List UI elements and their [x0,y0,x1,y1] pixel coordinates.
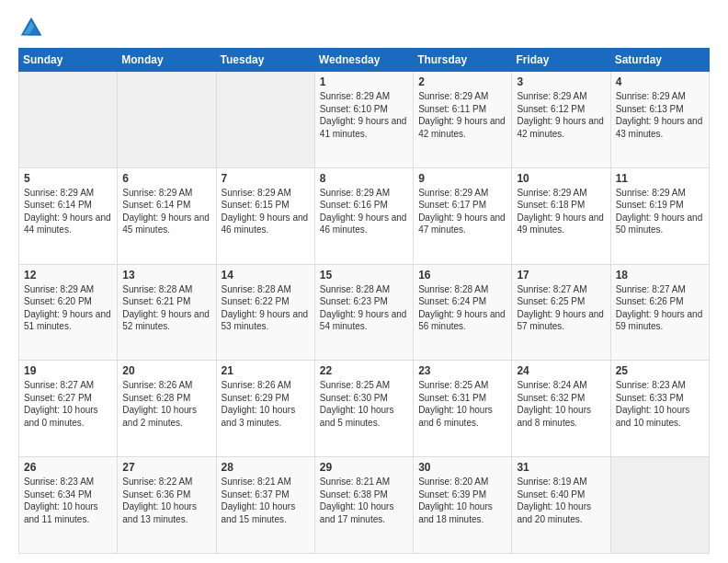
day-number: 14 [222,269,310,282]
calendar-cell: 4Sunrise: 8:29 AM Sunset: 6:13 PM Daylig… [610,72,709,168]
calendar-cell: 8Sunrise: 8:29 AM Sunset: 6:16 PM Daylig… [314,167,413,264]
calendar-cell: 20Sunrise: 8:26 AM Sunset: 6:28 PM Dayli… [118,361,216,457]
logo [18,15,46,40]
day-number: 15 [320,269,408,282]
col-thursday: Thursday [414,49,512,72]
cell-info: Sunrise: 8:23 AM Sunset: 6:33 PM Dayligh… [616,379,704,429]
day-number: 30 [418,461,506,474]
day-number: 31 [517,461,605,474]
day-number: 1 [320,75,408,88]
day-number: 3 [517,75,605,88]
calendar-cell: 21Sunrise: 8:26 AM Sunset: 6:29 PM Dayli… [216,361,314,457]
day-number: 4 [616,75,704,88]
day-number: 11 [616,172,704,185]
calendar-header: Sunday Monday Tuesday Wednesday Thursday… [19,49,710,72]
cell-info: Sunrise: 8:25 AM Sunset: 6:31 PM Dayligh… [418,379,506,429]
col-sunday: Sunday [19,49,118,72]
day-number: 17 [517,269,605,282]
calendar-cell: 27Sunrise: 8:22 AM Sunset: 6:36 PM Dayli… [118,457,216,554]
calendar-cell: 12Sunrise: 8:29 AM Sunset: 6:20 PM Dayli… [19,264,118,361]
calendar-cell: 1Sunrise: 8:29 AM Sunset: 6:10 PM Daylig… [314,72,413,168]
day-number: 7 [222,172,310,185]
calendar-cell: 22Sunrise: 8:25 AM Sunset: 6:30 PM Dayli… [314,361,413,457]
week-row-2: 5Sunrise: 8:29 AM Sunset: 6:14 PM Daylig… [19,167,710,264]
logo-icon [18,15,44,40]
calendar-cell: 9Sunrise: 8:29 AM Sunset: 6:17 PM Daylig… [414,167,512,264]
cell-info: Sunrise: 8:26 AM Sunset: 6:29 PM Dayligh… [222,379,310,429]
day-number: 21 [222,364,310,377]
cell-info: Sunrise: 8:28 AM Sunset: 6:22 PM Dayligh… [222,283,310,333]
calendar-cell: 16Sunrise: 8:28 AM Sunset: 6:24 PM Dayli… [414,264,512,361]
day-number: 27 [122,461,210,474]
day-number: 8 [320,172,408,185]
day-number: 25 [616,364,704,377]
calendar-cell: 13Sunrise: 8:28 AM Sunset: 6:21 PM Dayli… [118,264,216,361]
day-number: 5 [24,172,112,185]
cell-info: Sunrise: 8:29 AM Sunset: 6:16 PM Dayligh… [320,187,408,236]
calendar-cell: 11Sunrise: 8:29 AM Sunset: 6:19 PM Dayli… [610,167,709,264]
col-tuesday: Tuesday [216,49,314,72]
calendar-cell [118,72,216,168]
calendar-cell: 18Sunrise: 8:27 AM Sunset: 6:26 PM Dayli… [610,264,709,361]
calendar-body: 1Sunrise: 8:29 AM Sunset: 6:10 PM Daylig… [19,72,710,554]
cell-info: Sunrise: 8:21 AM Sunset: 6:38 PM Dayligh… [320,476,408,525]
calendar-cell: 19Sunrise: 8:27 AM Sunset: 6:27 PM Dayli… [19,361,118,457]
day-number: 23 [418,364,506,377]
calendar-cell: 26Sunrise: 8:23 AM Sunset: 6:34 PM Dayli… [19,457,118,554]
day-number: 13 [122,269,210,282]
calendar-cell: 29Sunrise: 8:21 AM Sunset: 6:38 PM Dayli… [314,457,413,554]
cell-info: Sunrise: 8:27 AM Sunset: 6:26 PM Dayligh… [616,283,704,333]
cell-info: Sunrise: 8:29 AM Sunset: 6:11 PM Dayligh… [418,90,506,140]
calendar-cell: 15Sunrise: 8:28 AM Sunset: 6:23 PM Dayli… [314,264,413,361]
calendar-cell: 24Sunrise: 8:24 AM Sunset: 6:32 PM Dayli… [512,361,610,457]
calendar-cell: 30Sunrise: 8:20 AM Sunset: 6:39 PM Dayli… [414,457,512,554]
calendar-cell: 14Sunrise: 8:28 AM Sunset: 6:22 PM Dayli… [216,264,314,361]
calendar-cell: 10Sunrise: 8:29 AM Sunset: 6:18 PM Dayli… [512,167,610,264]
day-number: 10 [517,172,605,185]
week-row-4: 19Sunrise: 8:27 AM Sunset: 6:27 PM Dayli… [19,361,710,457]
calendar-cell [19,72,118,168]
calendar-cell: 17Sunrise: 8:27 AM Sunset: 6:25 PM Dayli… [512,264,610,361]
cell-info: Sunrise: 8:29 AM Sunset: 6:13 PM Dayligh… [616,90,704,140]
cell-info: Sunrise: 8:19 AM Sunset: 6:40 PM Dayligh… [517,476,605,525]
col-saturday: Saturday [610,49,709,72]
col-friday: Friday [512,49,610,72]
week-row-5: 26Sunrise: 8:23 AM Sunset: 6:34 PM Dayli… [19,457,710,554]
calendar-cell: 6Sunrise: 8:29 AM Sunset: 6:14 PM Daylig… [118,167,216,264]
cell-info: Sunrise: 8:25 AM Sunset: 6:30 PM Dayligh… [320,379,408,429]
day-number: 9 [418,172,506,185]
calendar-cell: 23Sunrise: 8:25 AM Sunset: 6:31 PM Dayli… [414,361,512,457]
calendar-cell: 2Sunrise: 8:29 AM Sunset: 6:11 PM Daylig… [414,72,512,168]
cell-info: Sunrise: 8:29 AM Sunset: 6:14 PM Dayligh… [122,187,210,236]
cell-info: Sunrise: 8:26 AM Sunset: 6:28 PM Dayligh… [122,379,210,429]
calendar-cell: 31Sunrise: 8:19 AM Sunset: 6:40 PM Dayli… [512,457,610,554]
cell-info: Sunrise: 8:29 AM Sunset: 6:20 PM Dayligh… [24,283,112,333]
day-number: 16 [418,269,506,282]
cell-info: Sunrise: 8:28 AM Sunset: 6:23 PM Dayligh… [320,283,408,333]
calendar-cell: 28Sunrise: 8:21 AM Sunset: 6:37 PM Dayli… [216,457,314,554]
cell-info: Sunrise: 8:21 AM Sunset: 6:37 PM Dayligh… [222,476,310,525]
cell-info: Sunrise: 8:29 AM Sunset: 6:14 PM Dayligh… [24,187,112,236]
cell-info: Sunrise: 8:28 AM Sunset: 6:21 PM Dayligh… [122,283,210,333]
day-number: 19 [24,364,112,377]
week-row-1: 1Sunrise: 8:29 AM Sunset: 6:10 PM Daylig… [19,72,710,168]
header [18,15,710,40]
cell-info: Sunrise: 8:28 AM Sunset: 6:24 PM Dayligh… [418,283,506,333]
col-wednesday: Wednesday [314,49,413,72]
day-number: 28 [222,461,310,474]
day-number: 2 [418,75,506,88]
calendar-cell: 25Sunrise: 8:23 AM Sunset: 6:33 PM Dayli… [610,361,709,457]
calendar-cell [610,457,709,554]
day-number: 26 [24,461,112,474]
header-row: Sunday Monday Tuesday Wednesday Thursday… [19,49,710,72]
calendar-cell: 5Sunrise: 8:29 AM Sunset: 6:14 PM Daylig… [19,167,118,264]
cell-info: Sunrise: 8:24 AM Sunset: 6:32 PM Dayligh… [517,379,605,429]
cell-info: Sunrise: 8:29 AM Sunset: 6:10 PM Dayligh… [320,90,408,140]
calendar-cell [216,72,314,168]
calendar-cell: 3Sunrise: 8:29 AM Sunset: 6:12 PM Daylig… [512,72,610,168]
day-number: 29 [320,461,408,474]
day-number: 24 [517,364,605,377]
day-number: 20 [122,364,210,377]
col-monday: Monday [118,49,216,72]
cell-info: Sunrise: 8:29 AM Sunset: 6:12 PM Dayligh… [517,90,605,140]
